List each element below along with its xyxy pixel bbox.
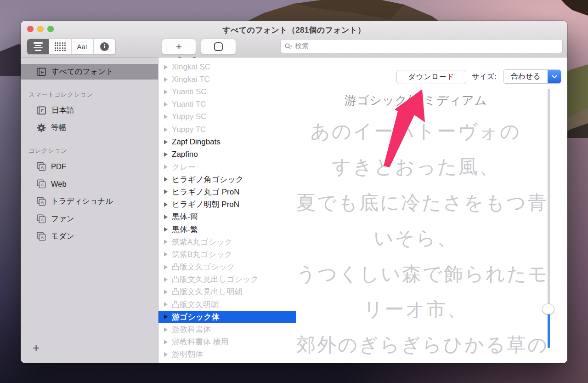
sample-view-button[interactable]: AaI [72,39,94,54]
disclosure-triangle-icon[interactable] [164,227,168,232]
svg-text:A: A [41,183,44,187]
size-label: サイズ: [472,72,497,82]
font-list-item[interactable]: 游明朝体 [158,348,296,360]
sidebar-item-pdf[interactable]: A PDF [21,159,158,174]
sidebar-item-traditional[interactable]: A トラディショナル [21,194,158,209]
font-list-item[interactable]: 凸版文久ゴシック [158,261,296,273]
font-list[interactable]: Wingdings 3 Xingkai SC Xingkai TC [158,57,296,363]
font-list-item[interactable]: Yuanti SC [158,86,296,98]
font-list-item[interactable]: Wingdings 3 [158,57,296,61]
preview-pane: ダウンロード サイズ: 合わせる 游ゴシック体 ミディアム あのイーハトーヴォの… [296,57,567,363]
font-list-item[interactable]: Yuanti TC [158,98,296,111]
size-select-cap[interactable] [548,70,561,83]
font-list-item[interactable]: 黒体-簡 [158,211,296,223]
disclosure-triangle-icon[interactable] [164,290,168,294]
disclosure-triangle-icon[interactable] [164,189,168,194]
disclosure-triangle-icon[interactable] [164,202,168,207]
sample-view-icon: AaI [77,43,87,51]
sidebar: F すべてのフォント スマートコレクション F 日本語 [21,57,158,363]
font-list-item[interactable]: 游教科書体 [158,323,296,336]
font-list-item[interactable]: Yuppy SC [158,111,296,123]
svg-text:A: A [41,235,44,240]
add-collection-button[interactable]: + [33,341,40,355]
disclosure-triangle-icon[interactable] [164,90,168,94]
disclosure-triangle-icon[interactable] [164,77,168,82]
font-list-item[interactable]: 游教科書体 横用 [158,336,296,348]
disclosure-triangle-icon[interactable] [164,127,168,132]
font-list-item[interactable]: 黒体-繁 [158,223,296,235]
rounded-square-icon [214,42,223,51]
sidebar-item-label: 等幅 [51,123,66,133]
collection-icon: A [37,162,46,171]
font-list-item[interactable]: ヒラギノ角ゴシック [158,173,296,186]
svg-text:F: F [41,108,44,113]
toolbar: AaI i + [27,39,563,54]
chevron-down-icon [552,75,557,79]
preview-font-title: 游ゴシック体 ミディアム [296,92,535,109]
collection-icon: A [37,232,46,241]
view-mode-segmented-control: AaI i [27,39,116,55]
font-list-item[interactable]: 凸版文久見出しゴシック [158,273,296,286]
disclosure-triangle-icon[interactable] [164,165,168,169]
titlebar[interactable]: すべてのフォント（281個のフォント） AaI i [21,21,567,57]
disclosure-triangle-icon[interactable] [164,340,168,344]
font-list-item[interactable]: Zapf Dingbats [158,136,296,148]
sidebar-item-web[interactable]: A Web [21,176,158,192]
preview-pane-toggle-button[interactable] [201,39,236,55]
disclosure-triangle-icon[interactable] [164,177,168,182]
font-list-item[interactable]: Zapfino [158,148,296,160]
collection-icon: A [37,214,46,223]
disclosure-triangle-icon[interactable] [164,240,168,244]
font-list-item[interactable]: 游ゴシック体 [158,311,296,323]
font-list-item[interactable]: 游明朝体+36ポかな [158,361,296,364]
add-button[interactable]: + [162,39,196,55]
font-list-item[interactable]: 凸版文久見出し明朝 [158,286,296,298]
disclosure-triangle-icon[interactable] [164,302,168,307]
sidebar-item-all-fonts[interactable]: F すべてのフォント [21,64,158,80]
disclosure-triangle-icon[interactable] [164,215,168,219]
sidebar-section-smart-collections: スマートコレクション [28,91,158,99]
font-list-item[interactable]: 凸版文久明朝 [158,298,296,311]
list-view-button[interactable] [27,39,49,54]
disclosure-triangle-icon[interactable] [164,114,168,119]
disclosure-triangle-icon[interactable] [164,277,168,282]
svg-text:A: A [41,165,44,170]
disclosure-triangle-icon[interactable] [164,152,168,157]
sidebar-item-monospace[interactable]: 等幅 [21,120,158,136]
book-icon: F [37,68,46,76]
font-list-item[interactable]: クレー [158,161,296,173]
info-icon: i [100,42,109,51]
sidebar-item-label: 日本語 [51,105,74,115]
font-list-item[interactable]: 筑紫B丸ゴシック [158,248,296,261]
font-list-item[interactable]: Xingkai SC [158,61,296,73]
font-list-item[interactable]: Xingkai TC [158,73,296,86]
disclosure-triangle-icon[interactable] [164,102,168,107]
disclosure-triangle-icon[interactable] [164,314,168,319]
sidebar-item-label: ファン [51,214,74,224]
disclosure-triangle-icon[interactable] [164,327,168,332]
disclosure-triangle-icon[interactable] [164,352,168,357]
sidebar-item-label: すべてのフォント [51,67,113,77]
sidebar-item-label: Web [51,180,67,189]
collection-icon: A [37,197,46,206]
font-list-item[interactable]: Yuppy TC [158,123,296,136]
disclosure-triangle-icon[interactable] [164,140,168,144]
disclosure-triangle-icon[interactable] [164,65,168,69]
font-list-item[interactable]: ヒラギノ明朝 ProN [158,198,296,211]
grid-view-button[interactable] [49,39,71,54]
font-list-item[interactable]: 筑紫A丸ゴシック [158,236,296,248]
sidebar-item-modern[interactable]: A モダン [21,229,158,244]
list-view-icon [34,42,43,51]
size-select[interactable]: 合わせる [503,69,561,84]
font-list-item[interactable]: ヒラギノ丸ゴ ProN [158,186,296,198]
svg-text:A: A [41,217,44,222]
download-button[interactable]: ダウンロード [396,70,466,84]
sidebar-item-fun[interactable]: A ファン [21,211,158,227]
gear-icon [37,123,46,132]
disclosure-triangle-icon[interactable] [164,252,168,257]
info-view-button[interactable]: i [94,39,115,54]
sidebar-item-japanese[interactable]: F 日本語 [21,103,158,118]
search-input[interactable]: 検索 [280,39,563,53]
size-slider-knob[interactable] [542,303,554,314]
disclosure-triangle-icon[interactable] [164,265,168,269]
